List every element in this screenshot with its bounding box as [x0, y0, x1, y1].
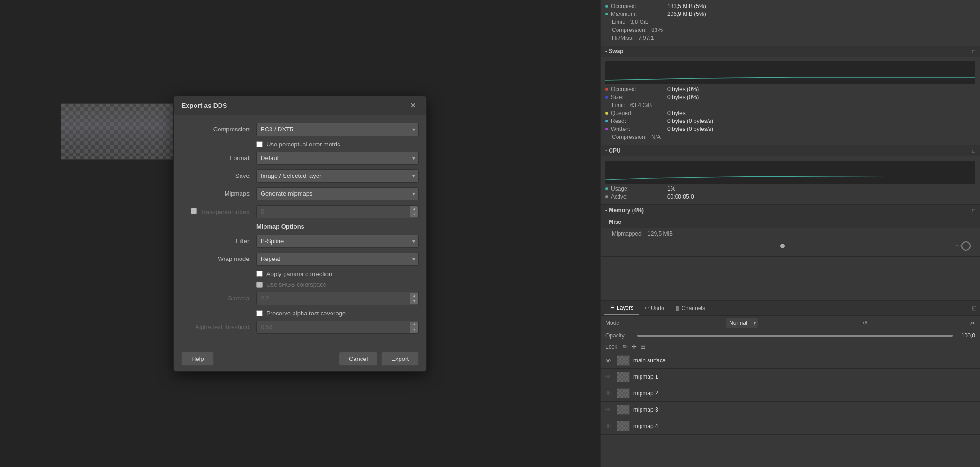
- perceptual-checkbox[interactable]: [256, 141, 263, 147]
- lock-all-icon[interactable]: ⊞: [641, 343, 646, 350]
- perceptual-checkbox-row: Use perceptual error metric: [181, 141, 419, 148]
- save-select-wrapper[interactable]: Image / Selected layer All layers Flatte…: [256, 169, 419, 183]
- layer-eye-mip1[interactable]: 👁: [605, 374, 613, 381]
- layers-tab-label: Layers: [617, 305, 633, 311]
- swap-written-val: 0 bytes (0 bytes/s): [667, 126, 713, 132]
- gamma-arrows: ▴ ▾: [410, 293, 418, 304]
- preserve-alpha-checkbox[interactable]: [256, 310, 263, 316]
- tab-channels[interactable]: ||| Channels: [670, 302, 711, 314]
- layer-name-mip1: mipmap 1: [633, 374, 658, 380]
- transparent-index-label: Transparent index:: [181, 208, 256, 215]
- help-button[interactable]: Help: [181, 352, 214, 366]
- cpu-content: Usage: 1% Active: 00:00:05,0: [601, 156, 980, 204]
- layer-thumb-mip4: [617, 421, 630, 431]
- maximum-val: 206,9 MiB (5%): [667, 11, 706, 17]
- layers-icon: ☰: [610, 305, 615, 311]
- srgb-checkbox[interactable]: [256, 282, 263, 288]
- alpha-threshold-row: Alpha test threshold: ▴ ▾: [181, 321, 419, 334]
- memory-collapse[interactable]: □: [972, 208, 975, 213]
- layer-thumb-mip3: [617, 405, 630, 415]
- footer-right: Cancel Export: [339, 352, 419, 366]
- cpu-usage-val: 1%: [667, 185, 675, 192]
- swap-written-key: Written:: [611, 126, 667, 132]
- gamma-up: ▴: [410, 293, 418, 299]
- misc-header: - Misc: [601, 216, 980, 228]
- limit-row: Limit: 3,8 GiB: [605, 19, 975, 25]
- misc-ellipsis[interactable]: ···: [955, 242, 961, 250]
- maximum-stat: Maximum: 206,9 MiB (5%): [605, 11, 975, 17]
- opacity-slider-fill: [637, 335, 953, 337]
- filter-select[interactable]: B-Spline Box Bilinear Bicubic Lanczos: [256, 235, 419, 248]
- mode-select[interactable]: Normal Multiply Screen: [726, 318, 758, 328]
- wrap-mode-select[interactable]: Repeat Clamp Mirror: [256, 253, 419, 266]
- transparent-index-wrapper: ▴ ▾: [256, 205, 419, 218]
- filter-select-wrapper[interactable]: B-Spline Box Bilinear Bicubic Lanczos: [256, 235, 419, 248]
- layers-panel-expand[interactable]: ◱: [972, 306, 976, 311]
- opacity-slider[interactable]: [637, 335, 953, 337]
- hitmiss-val: 7,97:1: [638, 35, 654, 41]
- memory-section: - Memory (4%) □: [601, 205, 980, 216]
- layer-eye-main[interactable]: 👁: [605, 357, 613, 364]
- layer-eye-mip4[interactable]: 👁: [605, 423, 613, 430]
- misc-title: - Misc: [605, 219, 621, 225]
- cpu-graph: [605, 161, 975, 184]
- format-select-wrapper[interactable]: Default DX10 Legacy: [256, 152, 419, 165]
- layer-thumb-mip1: [617, 372, 630, 382]
- layer-name-mip3: mipmap 3: [633, 406, 658, 413]
- occupied-stat: Occupied: 183,5 MiB (5%): [605, 3, 975, 9]
- preserve-alpha-label: Preserve alpha test coverage: [266, 310, 346, 317]
- swap-collapse[interactable]: □: [972, 49, 975, 54]
- cpu-active-val: 00:00:05,0: [667, 193, 694, 200]
- save-label: Save:: [181, 172, 256, 179]
- list-item[interactable]: 👁 mipmap 3: [601, 402, 980, 418]
- channels-icon: |||: [676, 306, 680, 311]
- dialog-overlay: Export as DDS ✕ Compression: BC3 / DXT5 …: [0, 0, 600, 467]
- cpu-graph-svg: [605, 161, 975, 184]
- transparent-index-arrows: ▴ ▾: [410, 206, 418, 217]
- mode-more[interactable]: ≫: [970, 320, 975, 326]
- misc-refresh-btn[interactable]: [961, 241, 971, 251]
- layers-mode-row: Mode Normal Multiply Screen ↺ ≫: [601, 316, 980, 330]
- compression-select[interactable]: BC3 / DXT5 BC1 / DXT1 BC2 / DXT3 BC4 BC5…: [256, 123, 419, 136]
- layer-name-mip2: mipmap 2: [633, 390, 658, 397]
- close-button[interactable]: ✕: [407, 101, 419, 110]
- lock-move-icon[interactable]: ✛: [632, 343, 637, 350]
- cancel-button[interactable]: Cancel: [339, 352, 377, 366]
- tab-undo[interactable]: ↩ Undo: [639, 302, 670, 314]
- mode-select-wrapper[interactable]: Normal Multiply Screen: [726, 318, 758, 328]
- filter-row: Filter: B-Spline Box Bilinear Bicubic La…: [181, 235, 419, 248]
- compression-select-wrapper[interactable]: BC3 / DXT5 BC1 / DXT1 BC2 / DXT3 BC4 BC5…: [256, 123, 419, 136]
- list-item[interactable]: 👁 mipmap 2: [601, 385, 980, 402]
- cpu-active-dot: [605, 195, 608, 198]
- wrap-mode-select-wrapper[interactable]: Repeat Clamp Mirror: [256, 253, 419, 266]
- mipmapped-key: Mipmapped:: [612, 230, 643, 237]
- list-item[interactable]: 👁 mipmap 1: [601, 369, 980, 385]
- list-item[interactable]: 👁 mipmap 4: [601, 418, 980, 435]
- gamma-correction-checkbox[interactable]: [256, 271, 263, 277]
- layers-list: 👁 main surface 👁 mipmap 1 👁 mipmap 2 👁 m…: [601, 352, 980, 467]
- export-button[interactable]: Export: [381, 352, 419, 366]
- format-select[interactable]: Default DX10 Legacy: [256, 152, 419, 165]
- tab-layers[interactable]: ☰ Layers: [604, 302, 639, 315]
- swap-occupied-key: Occupied:: [611, 86, 667, 92]
- top-stats: Occupied: 183,5 MiB (5%) Maximum: 206,9 …: [601, 0, 980, 46]
- list-item[interactable]: 👁 main surface: [601, 352, 980, 369]
- mode-reset[interactable]: ↺: [863, 320, 867, 326]
- alpha-threshold-up: ▴: [410, 322, 418, 327]
- swap-graph-svg: [605, 61, 975, 84]
- occupied-dot: [605, 5, 608, 8]
- layer-eye-mip2[interactable]: 👁: [605, 390, 613, 397]
- preserve-alpha-row: Preserve alpha test coverage: [181, 310, 419, 317]
- save-select[interactable]: Image / Selected layer All layers Flatte…: [256, 169, 419, 183]
- mipmaps-select-wrapper[interactable]: Generate mipmaps No mipmaps Use existing: [256, 187, 419, 200]
- cpu-header: - CPU □: [601, 145, 980, 156]
- layer-thumb-mip2: [617, 388, 630, 398]
- swap-occupied-stat: Occupied: 0 bytes (0%): [605, 86, 975, 92]
- lock-pencil-icon[interactable]: ✏: [623, 343, 628, 350]
- mipmaps-select[interactable]: Generate mipmaps No mipmaps Use existing: [256, 187, 419, 200]
- swap-size-val: 0 bytes (0%): [667, 94, 699, 100]
- cpu-collapse[interactable]: □: [972, 148, 975, 153]
- layer-eye-mip3[interactable]: 👁: [605, 406, 613, 413]
- swap-queued-key: Queued:: [611, 110, 667, 116]
- limit-key: Limit:: [612, 19, 626, 25]
